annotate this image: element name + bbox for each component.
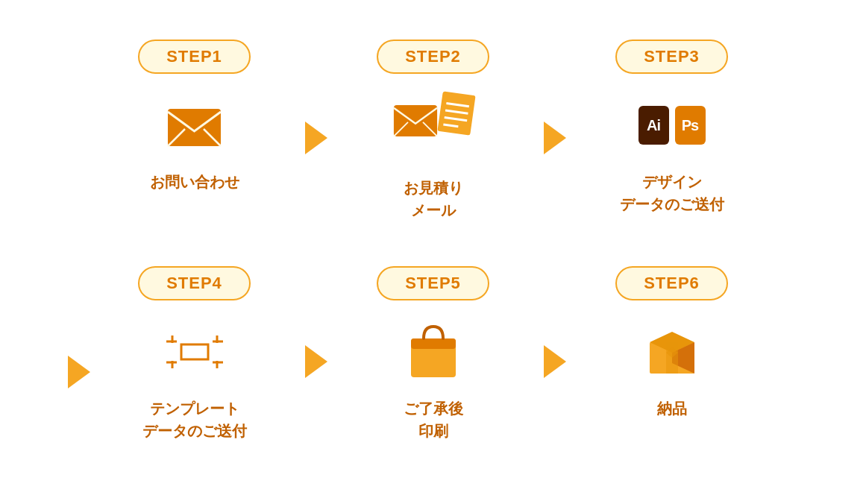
step5-icon <box>400 318 467 385</box>
step6-label: 納品 <box>657 397 687 420</box>
step6-icon <box>638 318 706 385</box>
step1-arrow-right <box>305 122 327 154</box>
step4-label: テンプレートデータのご送付 <box>142 397 247 442</box>
step1-badge: STEP1 <box>138 40 251 74</box>
ps-icon: Ps <box>675 106 706 145</box>
step3-badge: STEP3 <box>615 40 728 74</box>
step4-badge: STEP4 <box>138 266 251 300</box>
step3-label: デザインデータのご送付 <box>620 171 724 215</box>
step2-badge: STEP2 <box>377 40 489 74</box>
step4-incoming-arrow <box>68 356 90 388</box>
row-2: STEP4 <box>75 259 791 464</box>
step2-arrow-right <box>544 122 566 154</box>
svg-rect-19 <box>181 344 208 359</box>
step5-label: ご了承後印刷 <box>404 397 463 442</box>
svg-rect-0 <box>168 109 221 146</box>
step5-arrow-right <box>544 345 566 378</box>
svg-rect-8 <box>393 105 436 136</box>
step5-cell: STEP5 ご了承後印刷 <box>314 259 553 464</box>
step6-badge: STEP6 <box>615 266 728 300</box>
step4-arrow-right <box>305 345 327 378</box>
step3-icon: Ai Ps <box>638 92 706 159</box>
step5-badge: STEP5 <box>377 266 489 300</box>
step6-cell: STEP6 納品 <box>553 259 791 464</box>
step1-cell: STEP1 お問い合わせ <box>75 32 314 244</box>
step4-icon <box>161 318 228 385</box>
step2-icon <box>392 92 474 159</box>
svg-rect-21 <box>411 338 456 349</box>
step2-label: お見積りメール <box>404 177 463 221</box>
svg-rect-3 <box>437 91 475 135</box>
step1-label: お問い合わせ <box>150 171 239 193</box>
ai-icon: Ai <box>638 106 669 145</box>
main-container: STEP1 お問い合わせ STEP2 <box>75 17 791 487</box>
step2-cell: STEP2 お見積りメール <box>314 32 553 244</box>
row-1: STEP1 お問い合わせ STEP2 <box>75 32 791 244</box>
step1-icon <box>161 92 228 159</box>
step4-cell: STEP4 <box>75 259 314 464</box>
step3-cell: STEP3 Ai Ps デザインデータのご送付 <box>553 32 791 244</box>
